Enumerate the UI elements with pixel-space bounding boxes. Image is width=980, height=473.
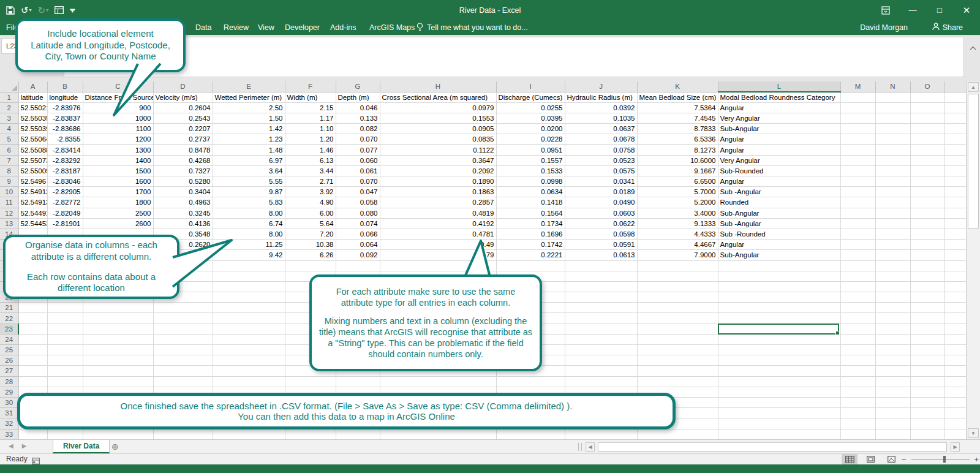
cell-K7[interactable]: 10.6000 (637, 155, 718, 165)
cell-B3[interactable]: -2.83837 (47, 113, 83, 123)
cell-C10[interactable]: 1700 (83, 187, 153, 197)
tab-review[interactable]: Review (221, 20, 251, 35)
cell-G5[interactable]: 0.070 (336, 134, 380, 145)
cell-O19[interactable] (910, 281, 944, 292)
cell-L4[interactable]: Sub-Angular (718, 124, 840, 134)
column-header-G[interactable]: G (336, 81, 380, 92)
cell-K10[interactable]: 5.7000 (637, 187, 718, 197)
cell-P14[interactable] (944, 229, 966, 239)
cell-J22[interactable] (565, 313, 637, 324)
cell-O21[interactable] (910, 303, 944, 313)
cell-M16[interactable] (840, 250, 875, 260)
hscroll-right-icon[interactable]: ▶ (951, 442, 960, 452)
cell-E3[interactable]: 1.50 (213, 113, 285, 123)
row-header-32[interactable]: 32 (0, 418, 18, 429)
cell-M9[interactable] (840, 176, 875, 187)
cell-O25[interactable] (910, 345, 944, 355)
cell-A33[interactable] (18, 429, 47, 439)
cell-A13[interactable]: 52.54453 (18, 218, 47, 229)
cell-A25[interactable] (18, 345, 47, 355)
cell-B5[interactable]: -2.8355 (47, 134, 83, 145)
cell-P1[interactable] (944, 92, 966, 102)
cell-P7[interactable] (944, 155, 966, 165)
cell-B7[interactable]: -2.83292 (47, 155, 83, 165)
cell-D12[interactable]: 0.3245 (153, 208, 213, 218)
row-header-23[interactable]: 23 (0, 324, 18, 334)
formula-bar-input[interactable] (64, 37, 964, 77)
cell-M14[interactable] (840, 229, 875, 239)
cell-G8[interactable]: 0.061 (336, 165, 380, 176)
cell-P2[interactable] (944, 102, 966, 113)
cell-K25[interactable] (637, 345, 718, 355)
cell-P21[interactable] (944, 303, 966, 313)
cell-F16[interactable]: 6.26 (285, 250, 336, 260)
cell-D28[interactable] (153, 376, 213, 387)
cell-M8[interactable] (840, 165, 875, 176)
cell-P30[interactable] (944, 397, 966, 407)
cell-K20[interactable] (637, 292, 718, 303)
column-header-B[interactable]: B (47, 81, 83, 92)
cell-A7[interactable]: 52.55073 (18, 155, 47, 165)
page-layout-view-icon[interactable] (862, 454, 878, 464)
cell-F10[interactable]: 3.92 (285, 187, 336, 197)
cell-B9[interactable]: -2.83046 (47, 176, 83, 187)
cell-O6[interactable] (910, 145, 944, 155)
tab-view[interactable]: View (255, 20, 277, 35)
row-header-29[interactable]: 29 (0, 387, 18, 397)
cell-C6[interactable]: 1300 (83, 145, 153, 155)
cell-K12[interactable]: 3.4000 (637, 208, 718, 218)
cell-H9[interactable]: 0.1890 (380, 176, 496, 187)
cell-P10[interactable] (944, 187, 966, 197)
cell-J17[interactable] (565, 260, 637, 271)
cell-C24[interactable] (83, 334, 153, 344)
cell-A26[interactable] (18, 355, 47, 366)
cell-D13[interactable]: 0.4136 (153, 218, 213, 229)
row-header-6[interactable]: 6 (0, 145, 18, 155)
cell-E2[interactable]: 2.50 (213, 102, 285, 113)
cell-B4[interactable]: -2.83686 (47, 124, 83, 134)
cell-B6[interactable]: -2.83414 (47, 145, 83, 155)
cell-L13[interactable]: Sub -Angular (718, 218, 840, 229)
cell-A6[interactable]: 52.55088 (18, 145, 47, 155)
cell-O14[interactable] (910, 229, 944, 239)
cell-L9[interactable]: Angular (718, 176, 840, 187)
cell-A10[interactable]: 52.54912 (18, 187, 47, 197)
cell-L6[interactable]: Angular (718, 145, 840, 155)
cell-C23[interactable] (83, 324, 153, 334)
cell-P20[interactable] (944, 292, 966, 303)
cell-J4[interactable]: 0.0637 (565, 124, 637, 134)
cell-N9[interactable] (875, 176, 910, 187)
cell-P26[interactable] (944, 355, 966, 366)
cell-G9[interactable]: 0.070 (336, 176, 380, 187)
cell-N3[interactable] (875, 113, 910, 123)
cell-E7[interactable]: 6.97 (213, 155, 285, 165)
cell-I14[interactable]: 0.1696 (496, 229, 565, 239)
cell-A28[interactable] (18, 376, 47, 387)
cell-I2[interactable]: 0.0255 (496, 102, 565, 113)
cell-F12[interactable]: 6.00 (285, 208, 336, 218)
cell-F5[interactable]: 1.20 (285, 134, 336, 145)
cell-D23[interactable] (153, 324, 213, 334)
user-name[interactable]: David Morgan (860, 20, 908, 35)
cell-O15[interactable] (910, 240, 944, 250)
cell-D25[interactable] (153, 345, 213, 355)
cell-N22[interactable] (875, 313, 910, 324)
tab-arcgis-maps[interactable]: ArcGIS Maps (367, 20, 417, 35)
cell-J9[interactable]: 0.0341 (565, 176, 637, 187)
cell-J26[interactable] (565, 355, 637, 366)
cell-J21[interactable] (565, 303, 637, 313)
cell-L1[interactable]: Modal Bedload Roundness Category (718, 92, 840, 102)
cell-J27[interactable] (565, 366, 637, 376)
row-header-5[interactable]: 5 (0, 134, 18, 145)
row-header-33[interactable]: 33 (0, 429, 18, 439)
cell-L18[interactable] (718, 271, 840, 281)
page-break-preview-icon[interactable] (883, 454, 899, 464)
cell-N25[interactable] (875, 345, 910, 355)
cell-B22[interactable] (47, 313, 83, 324)
cell-C8[interactable]: 1500 (83, 165, 153, 176)
cell-K26[interactable] (637, 355, 718, 366)
cell-A11[interactable]: 52.54913 (18, 197, 47, 208)
normal-view-icon[interactable] (842, 454, 858, 464)
cell-H1[interactable]: Cross Sectional Area (m squared) (380, 92, 496, 102)
cell-E28[interactable] (213, 376, 285, 387)
